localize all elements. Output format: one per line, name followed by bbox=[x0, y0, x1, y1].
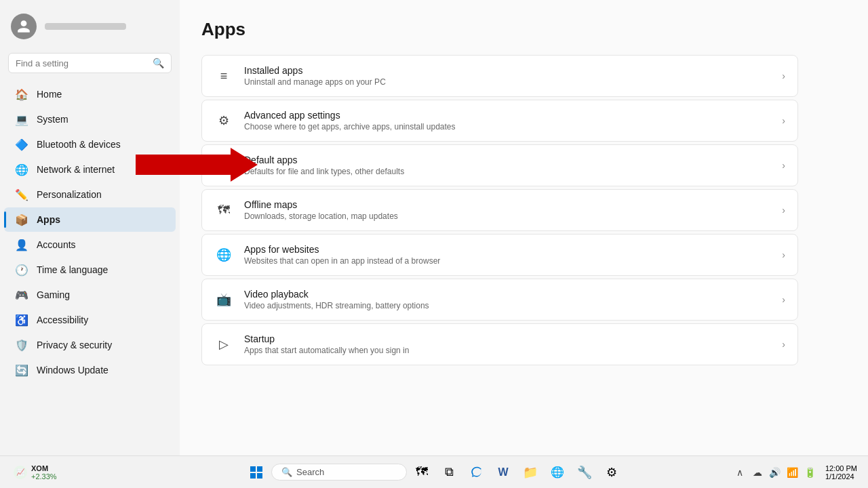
settings-item-installed-apps[interactable]: ≡ Installed apps Uninstall and manage ap… bbox=[201, 55, 798, 97]
sidebar-item-windows-update[interactable]: 🔄 Windows Update bbox=[4, 358, 176, 382]
stock-change: +2.33% bbox=[31, 472, 57, 481]
settings-desc-default-apps: Defaults for file and link types, other … bbox=[244, 167, 771, 176]
settings-chevron-offline-maps: › bbox=[782, 205, 785, 216]
settings-chevron-advanced-app-settings: › bbox=[782, 115, 785, 126]
search-input[interactable] bbox=[16, 58, 149, 68]
file-explorer-button[interactable]: 📁 bbox=[518, 460, 542, 485]
settings-icon-video-playback: 📺 bbox=[214, 290, 233, 309]
sidebar-item-network[interactable]: 🌐 Network & internet bbox=[4, 157, 176, 182]
settings-item-advanced-app-settings[interactable]: ⚙ Advanced app settings Choose where to … bbox=[201, 100, 798, 142]
nav-icon-personalization: ✏️ bbox=[15, 188, 28, 201]
sidebar-item-privacy[interactable]: 🛡️ Privacy & security bbox=[4, 333, 176, 357]
sidebar: 🔍 🏠 Home 💻 System 🔷 Bluetooth & devices … bbox=[0, 0, 180, 455]
word-button[interactable]: W bbox=[491, 460, 515, 485]
settings-icon-installed-apps: ≡ bbox=[214, 66, 233, 85]
settings-item-startup[interactable]: ▷ Startup Apps that start automatically … bbox=[201, 323, 798, 365]
nav-label-privacy: Privacy & security bbox=[37, 340, 112, 350]
settings-title-advanced-app-settings: Advanced app settings bbox=[244, 110, 771, 121]
battery-icon[interactable]: 🔋 bbox=[802, 464, 818, 481]
settings-text-advanced-app-settings: Advanced app settings Choose where to ge… bbox=[244, 110, 771, 131]
search-box[interactable]: 🔍 bbox=[8, 53, 172, 73]
tray-expand-icon[interactable]: ∧ bbox=[732, 464, 748, 481]
nav-label-bluetooth: Bluetooth & devices bbox=[37, 139, 121, 150]
settings-icon-apps-for-websites: 🌐 bbox=[214, 245, 233, 264]
settings-chevron-default-apps: › bbox=[782, 160, 785, 171]
settings-text-installed-apps: Installed apps Uninstall and manage apps… bbox=[244, 65, 771, 87]
system-tray: ∧ ☁ 🔊 📶 🔋 bbox=[732, 464, 818, 481]
search-icon: 🔍 bbox=[153, 58, 164, 68]
settings-desc-startup: Apps that start automatically when you s… bbox=[244, 346, 771, 355]
settings-desc-advanced-app-settings: Choose where to get apps, archive apps, … bbox=[244, 122, 771, 131]
settings-item-offline-maps[interactable]: 🗺 Offline maps Downloads, storage locati… bbox=[201, 189, 798, 231]
volume-icon[interactable]: 🔊 bbox=[767, 464, 783, 481]
stock-ticker: XOM bbox=[31, 464, 57, 472]
sidebar-item-personalization[interactable]: ✏️ Personalization bbox=[4, 182, 176, 207]
nav-icon-privacy: 🛡️ bbox=[15, 338, 28, 352]
nav-label-network: Network & internet bbox=[37, 164, 115, 175]
nav-label-windows-update: Windows Update bbox=[37, 365, 108, 375]
sidebar-item-system[interactable]: 💻 System bbox=[4, 107, 176, 131]
settings-text-startup: Startup Apps that start automatically wh… bbox=[244, 333, 771, 355]
settings-desc-offline-maps: Downloads, storage location, map updates bbox=[244, 211, 771, 221]
page-title: Apps bbox=[201, 19, 846, 40]
sidebar-item-home[interactable]: 🏠 Home bbox=[4, 82, 176, 106]
settings-title-offline-maps: Offline maps bbox=[244, 199, 771, 210]
sidebar-item-bluetooth[interactable]: 🔷 Bluetooth & devices bbox=[4, 132, 176, 157]
settings-title-default-apps: Default apps bbox=[244, 155, 771, 165]
sidebar-item-time[interactable]: 🕐 Time & language bbox=[4, 258, 176, 282]
nav-label-system: System bbox=[37, 114, 68, 125]
time-display: 12:00 PM1/1/2024 bbox=[825, 464, 857, 481]
settings-item-video-playback[interactable]: 📺 Video playback Video adjustments, HDR … bbox=[201, 279, 798, 321]
svg-rect-1 bbox=[250, 466, 256, 472]
content-area: Apps ≡ Installed apps Uninstall and mana… bbox=[180, 0, 868, 455]
settings-taskbar-button[interactable]: ⚙ bbox=[599, 460, 624, 485]
taskbar-search[interactable]: 🔍 Search bbox=[271, 464, 407, 481]
start-button[interactable] bbox=[244, 460, 269, 485]
chrome-button[interactable]: 🌐 bbox=[545, 460, 570, 485]
settings-icon-advanced-app-settings: ⚙ bbox=[214, 111, 233, 130]
settings-text-apps-for-websites: Apps for websites Websites that can open… bbox=[244, 244, 771, 266]
settings-chevron-startup: › bbox=[782, 339, 785, 350]
nav-label-time: Time & language bbox=[37, 264, 108, 275]
settings-icon-offline-maps: 🗺 bbox=[214, 201, 233, 220]
svg-rect-3 bbox=[250, 473, 256, 479]
settings-title-video-playback: Video playback bbox=[244, 289, 771, 300]
tool-button[interactable]: 🔧 bbox=[572, 460, 597, 485]
settings-desc-video-playback: Video adjustments, HDR streaming, batter… bbox=[244, 301, 771, 310]
settings-title-apps-for-websites: Apps for websites bbox=[244, 244, 771, 255]
user-profile[interactable] bbox=[0, 7, 180, 50]
sidebar-item-accounts[interactable]: 👤 Accounts bbox=[4, 232, 176, 257]
settings-chevron-installed-apps: › bbox=[782, 70, 785, 81]
taskbar-search-icon: 🔍 bbox=[281, 467, 292, 477]
nav-label-accounts: Accounts bbox=[37, 239, 76, 250]
taskbar-search-label: Search bbox=[296, 467, 324, 477]
user-name bbox=[45, 23, 126, 30]
taskbar-center: 🔍 Search 🗺 ⧉ W 📁 🌐 🔧 ⚙ bbox=[244, 460, 624, 485]
task-view-button[interactable]: ⧉ bbox=[437, 460, 461, 485]
settings-item-apps-for-websites[interactable]: 🌐 Apps for websites Websites that can op… bbox=[201, 234, 798, 276]
stock-info: XOM +2.33% bbox=[31, 464, 57, 481]
sidebar-item-accessibility[interactable]: ♿ Accessibility bbox=[4, 308, 176, 332]
taskbar-left: 📈 XOM +2.33% bbox=[8, 463, 62, 482]
stock-widget[interactable]: 📈 XOM +2.33% bbox=[8, 463, 62, 482]
sidebar-item-apps[interactable]: 📦 Apps bbox=[4, 207, 176, 232]
avatar bbox=[11, 14, 37, 39]
edge-browser-button[interactable] bbox=[464, 460, 488, 485]
clock[interactable]: 12:00 PM1/1/2024 bbox=[823, 464, 860, 481]
nav-icon-bluetooth: 🔷 bbox=[15, 138, 28, 151]
settings-desc-apps-for-websites: Websites that can open in an app instead… bbox=[244, 256, 771, 266]
settings-chevron-video-playback: › bbox=[782, 294, 785, 305]
nav-icon-network: 🌐 bbox=[15, 163, 28, 176]
settings-title-installed-apps: Installed apps bbox=[244, 65, 771, 76]
svg-rect-2 bbox=[257, 466, 262, 472]
nav-list: 🏠 Home 💻 System 🔷 Bluetooth & devices 🌐 … bbox=[0, 81, 180, 383]
settings-icon-default-apps: 🔗 bbox=[214, 156, 233, 175]
settings-text-default-apps: Default apps Defaults for file and link … bbox=[244, 155, 771, 176]
settings-title-startup: Startup bbox=[244, 333, 771, 344]
wifi-icon[interactable]: 📶 bbox=[785, 464, 801, 481]
cloud-icon[interactable]: ☁ bbox=[749, 464, 766, 481]
sidebar-item-gaming[interactable]: 🎮 Gaming bbox=[4, 283, 176, 307]
settings-chevron-apps-for-websites: › bbox=[782, 249, 785, 260]
settings-item-default-apps[interactable]: 🔗 Default apps Defaults for file and lin… bbox=[201, 144, 798, 186]
widgets-button[interactable]: 🗺 bbox=[410, 460, 434, 485]
